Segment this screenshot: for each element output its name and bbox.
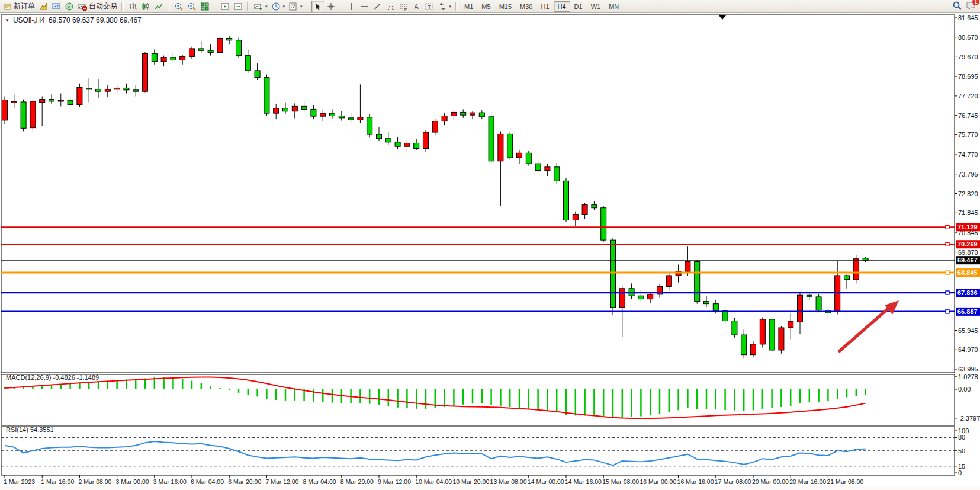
price-tick-label: 74.770	[958, 151, 978, 158]
zoom-in-button[interactable]	[172, 1, 185, 12]
timeframe-m15-label: M15	[499, 3, 512, 10]
timeframe-m1[interactable]: M1	[460, 1, 477, 12]
indicators-button[interactable]: ▾	[252, 1, 269, 12]
time-tick-label: 20 Mar 00:00	[752, 478, 789, 485]
candle-bullish	[779, 328, 784, 350]
candle-bearish	[554, 167, 560, 181]
candlestick-chart-button[interactable]	[139, 1, 152, 12]
candle-bearish	[638, 296, 644, 299]
toolbar: 新订单q自动交易▾▾▾EFAT▾M1M5M15M30H1H4D1W1MN	[0, 0, 980, 13]
candle-bearish	[722, 311, 728, 321]
cursor-button[interactable]	[311, 1, 324, 12]
time-tick-label: 6 Mar 20:00	[228, 478, 261, 485]
candle-bullish	[545, 167, 550, 171]
candle-bullish	[619, 289, 625, 308]
price-tick-label: 71.845	[958, 209, 978, 216]
candle-bullish	[573, 214, 578, 220]
candle-bullish	[751, 344, 756, 355]
candle-bearish	[704, 302, 709, 304]
candle-bullish	[666, 276, 671, 286]
dropdown-caret-icon[interactable]: ▾	[265, 4, 268, 9]
timeframe-h1[interactable]: H1	[536, 1, 553, 12]
candle-bearish	[489, 117, 494, 161]
timeframe-h4-label: H4	[558, 3, 566, 10]
charts-button[interactable]	[37, 1, 50, 12]
auto-trading-button[interactable]: 自动交易	[76, 1, 119, 12]
candle-bearish	[301, 106, 307, 109]
timeframe-m30[interactable]: M30	[516, 1, 536, 12]
candle-bullish	[105, 89, 110, 91]
candle-bullish	[470, 113, 475, 115]
price-tick-label: 78.695	[958, 73, 978, 80]
vertical-line-button[interactable]	[345, 1, 358, 12]
crosshair-icon	[326, 2, 336, 11]
equidistant-channel-button[interactable]: E	[384, 1, 397, 12]
line-handle[interactable]	[946, 271, 949, 274]
candle-bearish	[844, 276, 850, 280]
price-tick-label: 81.645	[958, 14, 978, 21]
line-handle[interactable]	[946, 310, 949, 313]
svg-text:T: T	[428, 4, 431, 9]
dropdown-caret-icon[interactable]: ▾	[449, 4, 452, 9]
new-order-button[interactable]: 新订单	[2, 1, 37, 12]
candle-bearish	[564, 181, 569, 220]
candle-bearish	[592, 205, 597, 208]
auto-scroll-button[interactable]	[219, 1, 232, 12]
search-icon[interactable]	[952, 1, 962, 13]
candle-bearish	[816, 297, 821, 310]
arrows-button[interactable]: ▾	[436, 1, 454, 12]
zoom-out-button[interactable]	[185, 1, 198, 12]
price-tick-label: 64.970	[958, 346, 978, 353]
candle-bearish	[245, 56, 250, 71]
candle-bearish	[732, 321, 737, 335]
collapse-triangle-icon[interactable]: ▼	[5, 18, 9, 23]
price-tick-label: 76.745	[958, 112, 978, 119]
line-chart-button[interactable]	[152, 1, 165, 12]
candle-bearish	[311, 109, 316, 116]
candle-bullish	[582, 205, 587, 215]
candle-bearish	[507, 134, 513, 158]
data-window-button[interactable]: q	[63, 1, 76, 12]
channel-icon: E	[385, 2, 395, 11]
crosshair-button[interactable]	[324, 1, 338, 12]
candle-bullish	[30, 101, 36, 128]
text-button[interactable]: A	[410, 1, 423, 12]
candle-bearish	[395, 142, 400, 146]
line-handle[interactable]	[946, 225, 949, 229]
timeframe-m5[interactable]: M5	[477, 1, 494, 12]
mt4-window: 新订单q自动交易▾▾▾EFAT▾M1M5M15M30H1H4D1W1MN 1 8…	[0, 0, 980, 490]
time-tick-label: 14 Mar 00:00	[528, 478, 564, 485]
timeframe-m15[interactable]: M15	[495, 1, 516, 12]
chart-shift-button[interactable]	[232, 1, 245, 12]
price-tick-label: 77.720	[958, 92, 978, 100]
dropdown-caret-icon[interactable]: ▾	[300, 4, 303, 9]
time-tick-label: 1 Mar 16:00	[41, 478, 74, 485]
line-handle[interactable]	[946, 242, 949, 246]
timeframe-h4[interactable]: H4	[554, 1, 570, 12]
market-watch-button[interactable]	[50, 1, 63, 12]
toolbar-separator	[168, 2, 170, 11]
notifications-icon[interactable]: 1	[966, 1, 976, 13]
timeframe-mn[interactable]: MN	[605, 1, 623, 12]
bar-chart-button[interactable]	[126, 1, 139, 12]
candle-bearish	[611, 240, 616, 308]
text-label-button[interactable]: T	[423, 1, 436, 12]
candle-bearish	[385, 139, 391, 142]
templates-button[interactable]: ▾	[287, 1, 304, 12]
fibonacci-button[interactable]: F	[397, 1, 410, 12]
candle-bullish	[423, 132, 429, 149]
periods-button[interactable]: ▾	[269, 1, 287, 12]
candle-bearish	[769, 319, 775, 350]
horizontal-line-button[interactable]	[358, 1, 371, 12]
timeframe-w1[interactable]: W1	[587, 1, 605, 12]
candle-bullish	[358, 117, 363, 120]
trendline-button[interactable]	[371, 1, 384, 12]
line-handle[interactable]	[946, 291, 949, 294]
tile-windows-button[interactable]	[198, 1, 211, 12]
toolbar-separator	[307, 2, 309, 11]
price-tick-label: 79.670	[958, 53, 978, 60]
macd-tick-label: -2.3797	[958, 415, 980, 422]
toolbar-separator	[121, 2, 124, 11]
dropdown-caret-icon[interactable]: ▾	[283, 4, 285, 9]
timeframe-d1[interactable]: D1	[570, 1, 587, 12]
